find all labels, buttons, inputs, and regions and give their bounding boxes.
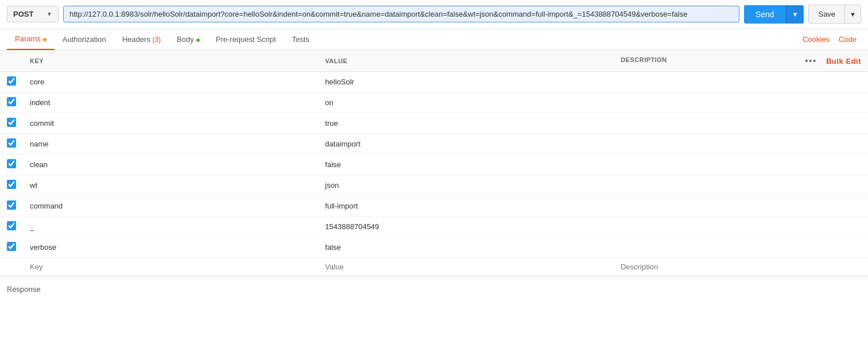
row-checkbox[interactable] [7, 76, 16, 86]
key-input[interactable] [30, 119, 311, 128]
description-input[interactable] [621, 222, 861, 231]
key-input[interactable] [30, 181, 311, 190]
send-dropdown-button[interactable]: ▼ [786, 5, 804, 24]
table-row [0, 196, 868, 217]
new-value-input[interactable] [325, 263, 607, 271]
table-row [0, 217, 868, 237]
body-dot [196, 38, 200, 42]
bulk-edit-button[interactable]: Bulk Edit [826, 57, 861, 65]
row-checkbox[interactable] [7, 118, 16, 127]
th-value: VALUE [318, 51, 614, 72]
table-placeholder-row [0, 258, 868, 276]
key-input[interactable] [30, 140, 311, 148]
row-checkbox[interactable] [7, 242, 16, 251]
value-input[interactable] [325, 222, 607, 231]
method-label: POST [13, 10, 33, 18]
value-input[interactable] [325, 119, 607, 128]
params-dot [43, 38, 46, 41]
table-row [0, 72, 868, 92]
table-header-row: KEY VALUE DESCRIPTION ••• Bulk Edit [0, 51, 868, 72]
table-row [0, 155, 868, 175]
key-input[interactable] [30, 202, 311, 210]
row-checkbox[interactable] [7, 138, 16, 148]
key-input[interactable] [30, 98, 311, 107]
description-input[interactable] [621, 119, 861, 128]
save-button[interactable]: Save [808, 5, 845, 24]
th-description: DESCRIPTION ••• Bulk Edit [614, 51, 868, 72]
description-input[interactable] [621, 140, 861, 148]
value-input[interactable] [325, 181, 607, 190]
value-input[interactable] [325, 202, 607, 210]
table-row [0, 134, 868, 155]
row-checkbox[interactable] [7, 200, 16, 210]
value-input[interactable] [325, 243, 607, 252]
save-dropdown-button[interactable]: ▼ [845, 5, 861, 24]
tab-prerequest[interactable]: Pre-request Script [208, 29, 284, 49]
description-input[interactable] [621, 202, 861, 210]
row-checkbox[interactable] [7, 221, 16, 230]
new-key-input[interactable] [30, 263, 311, 271]
description-input[interactable] [621, 243, 861, 252]
value-input[interactable] [325, 78, 607, 86]
row-checkbox[interactable] [7, 180, 16, 189]
value-input[interactable] [325, 160, 607, 169]
cookies-link[interactable]: Cookies [798, 29, 834, 49]
key-input[interactable] [30, 222, 311, 231]
new-description-input[interactable] [621, 263, 861, 271]
table-row [0, 113, 868, 134]
code-link[interactable]: Code [834, 29, 861, 49]
send-btn-group: Send ▼ [744, 5, 804, 24]
th-checkbox [0, 51, 23, 72]
value-input[interactable] [325, 98, 607, 107]
description-input[interactable] [621, 181, 861, 190]
tab-authorization[interactable]: Authorization [55, 29, 114, 49]
url-input[interactable]: http://127.0.0.1:8983/solr/helloSolr/dat… [63, 6, 739, 22]
description-input[interactable] [621, 78, 861, 86]
method-chevron: ▼ [46, 11, 52, 17]
response-label: Response [7, 285, 41, 294]
method-select[interactable]: POST ▼ [7, 6, 59, 22]
table-row [0, 175, 868, 196]
save-btn-group: Save ▼ [808, 5, 861, 24]
description-input[interactable] [621, 160, 861, 169]
value-input[interactable] [325, 140, 607, 148]
description-input[interactable] [621, 98, 861, 107]
table-row [0, 92, 868, 113]
tabs-bar: Params Authorization Headers (3) Body Pr… [0, 29, 868, 51]
row-checkbox[interactable] [7, 97, 16, 106]
key-input[interactable] [30, 78, 311, 86]
th-key: KEY [23, 51, 318, 72]
params-table: KEY VALUE DESCRIPTION ••• Bulk Edit [0, 51, 868, 276]
top-bar: POST ▼ http://127.0.0.1:8983/solr/helloS… [0, 0, 868, 29]
row-checkbox[interactable] [7, 159, 16, 168]
tab-tests[interactable]: Tests [284, 29, 317, 49]
table-row [0, 237, 868, 258]
send-button[interactable]: Send [744, 5, 786, 24]
tab-body[interactable]: Body [169, 29, 208, 49]
tab-headers[interactable]: Headers (3) [114, 29, 169, 49]
key-input[interactable] [30, 243, 311, 252]
response-section: Response [0, 276, 868, 302]
key-input[interactable] [30, 160, 311, 169]
tab-params[interactable]: Params [7, 29, 55, 50]
more-options-button[interactable]: ••• [805, 56, 817, 65]
